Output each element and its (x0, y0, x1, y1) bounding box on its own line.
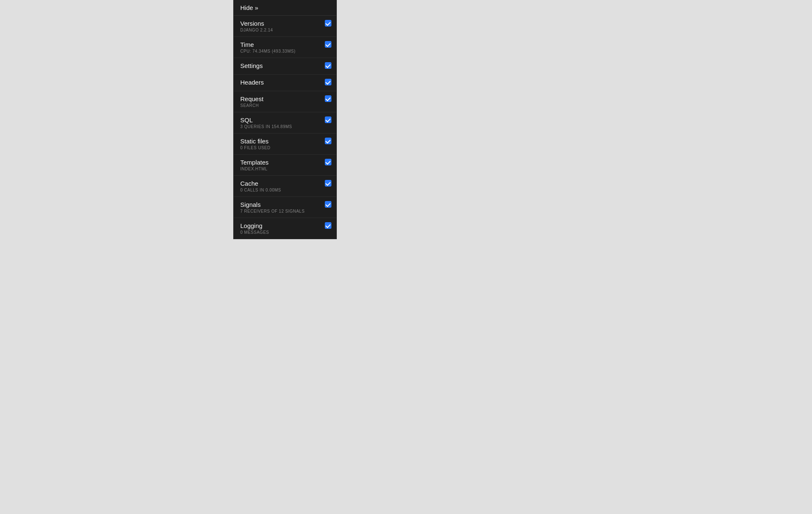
debug-toolbar-panel: Hide » VersionsDjango 2.2.14TimeCPU: 74.… (233, 0, 337, 239)
panel-item-cache-title: Cache (240, 180, 330, 187)
panel-item-static-files[interactable]: Static files0 FILES USED (234, 133, 336, 155)
panel-item-headers[interactable]: Headers (234, 75, 336, 91)
panel-item-signals-subtitle: 7 RECEIVERS OF 12 SIGNALS (240, 209, 330, 213)
panel-item-settings-checkbox[interactable] (325, 62, 331, 69)
panel-item-versions-title: Versions (240, 20, 330, 27)
panel-item-cache-subtitle: 0 CALLS IN 0.00ms (240, 188, 330, 192)
panel-item-signals[interactable]: Signals7 RECEIVERS OF 12 SIGNALS (234, 197, 336, 218)
panel-items-container: VersionsDjango 2.2.14TimeCPU: 74.34ms (4… (234, 16, 336, 239)
panel-item-static-files-subtitle: 0 FILES USED (240, 145, 330, 150)
panel-item-signals-title: Signals (240, 201, 330, 208)
panel-item-headers-title: Headers (240, 79, 330, 86)
panel-item-request[interactable]: RequestSEARCH (234, 91, 336, 112)
panel-item-versions-subtitle: Django 2.2.14 (240, 28, 330, 32)
panel-item-settings-title: Settings (240, 62, 330, 69)
panel-item-templates-subtitle: INDEX.HTML (240, 167, 330, 171)
hide-panel-button[interactable]: Hide » (234, 0, 336, 16)
panel-item-cache[interactable]: Cache0 CALLS IN 0.00ms (234, 176, 336, 197)
panel-item-time-checkbox[interactable] (325, 41, 331, 48)
panel-item-sql-checkbox[interactable] (325, 116, 331, 123)
panel-item-time-title: Time (240, 41, 330, 48)
panel-item-logging-subtitle: 0 MESSAGES (240, 230, 330, 235)
panel-item-time[interactable]: TimeCPU: 74.34ms (493.33ms) (234, 37, 336, 58)
panel-item-sql-title: SQL (240, 116, 330, 124)
panel-item-logging-title: Logging (240, 222, 330, 229)
panel-item-logging[interactable]: Logging0 MESSAGES (234, 218, 336, 239)
panel-item-logging-checkbox[interactable] (325, 222, 331, 229)
panel-item-settings[interactable]: Settings (234, 58, 336, 75)
panel-item-static-files-title: Static files (240, 138, 330, 145)
panel-item-templates-title: Templates (240, 159, 330, 166)
panel-item-time-subtitle: CPU: 74.34ms (493.33ms) (240, 49, 330, 53)
panel-item-request-subtitle: SEARCH (240, 103, 330, 108)
panel-item-cache-checkbox[interactable] (325, 180, 331, 187)
panel-item-templates[interactable]: TemplatesINDEX.HTML (234, 155, 336, 176)
hide-panel-label: Hide » (240, 4, 330, 11)
panel-item-sql-subtitle: 3 QUERIES IN 154.89ms (240, 124, 330, 129)
panel-item-request-checkbox[interactable] (325, 95, 331, 102)
panel-item-versions-checkbox[interactable] (325, 20, 331, 27)
panel-item-static-files-checkbox[interactable] (325, 138, 331, 144)
panel-item-templates-checkbox[interactable] (325, 159, 331, 165)
panel-item-sql[interactable]: SQL3 QUERIES IN 154.89ms (234, 112, 336, 133)
panel-item-versions[interactable]: VersionsDjango 2.2.14 (234, 16, 336, 37)
panel-item-request-title: Request (240, 95, 330, 102)
panel-item-signals-checkbox[interactable] (325, 201, 331, 208)
panel-item-headers-checkbox[interactable] (325, 79, 331, 85)
